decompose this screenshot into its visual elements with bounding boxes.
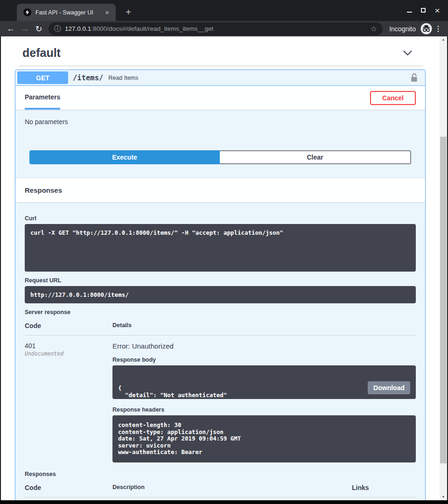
window-bottom-edge	[0, 500, 448, 504]
parameters-title: Parameters	[25, 93, 60, 101]
minimize-icon	[407, 12, 412, 13]
window-maximize-button[interactable]	[416, 4, 430, 17]
fastapi-favicon-icon	[23, 8, 31, 16]
responses-inner: Curl curl -X GET "http://127.0.0.1:8000/…	[15, 202, 425, 500]
page-scrollbar[interactable]: ▲ ▼	[440, 36, 447, 500]
responses-section-header: Responses	[15, 178, 425, 202]
response-body-block: { "detail": "Not authenticated" } Downlo…	[112, 365, 416, 399]
page-info-icon[interactable]: ⓘ	[54, 24, 61, 33]
swagger-page: default GET /items/ Read Items	[1, 36, 440, 500]
curl-label: Curl	[25, 215, 416, 222]
back-icon[interactable]: ←	[4, 24, 18, 34]
undocumented-label: Undocumented	[25, 350, 112, 357]
response-body-label: Response body	[112, 357, 416, 363]
new-tab-button[interactable]: +	[122, 7, 134, 18]
chevron-down-icon[interactable]	[403, 50, 413, 56]
browser-toolbar: ← → ↻ ⓘ 127.0.0.1:8000/docs#/default/rea…	[0, 21, 448, 36]
clear-button[interactable]: Clear	[220, 150, 411, 164]
url-text: 127.0.0.1:8000/docs#/default/read_items_…	[65, 25, 367, 32]
col-header-details: Details	[112, 322, 416, 329]
col-header-code-2: Code	[25, 484, 112, 491]
browser-menu-icon[interactable]: ⋮	[432, 24, 444, 33]
opblock-summary[interactable]: GET /items/ Read Items	[15, 70, 425, 86]
tag-title: default	[22, 46, 61, 60]
execute-wrapper: Execute Clear	[15, 143, 425, 178]
address-bar[interactable]: ⓘ 127.0.0.1:8000/docs#/default/read_item…	[49, 22, 383, 35]
request-url-value: http://127.0.0.1:8000/items/	[25, 286, 416, 303]
endpoint-summary: Read Items	[108, 75, 410, 81]
scroll-down-icon[interactable]: ▼	[440, 494, 447, 500]
scrollbar-thumb[interactable]	[440, 137, 447, 463]
execute-button[interactable]: Execute	[29, 150, 220, 164]
opblock-get-items: GET /items/ Read Items Parameters Cance	[15, 70, 426, 500]
url-host: 127.0.0.1	[65, 25, 91, 32]
url-path: :8000/docs#/default/read_items_items__ge…	[91, 25, 213, 32]
maximize-icon	[421, 8, 426, 13]
method-badge: GET	[17, 71, 68, 84]
curl-command: curl -X GET "http://127.0.0.1:8000/items…	[25, 224, 416, 272]
cancel-button[interactable]: Cancel	[370, 91, 416, 105]
window-minimize-button[interactable]	[402, 4, 416, 17]
server-response-row: 401 Undocumented Error: Unauthorized Res…	[25, 336, 416, 462]
browser-tab[interactable]: Fast API - Swagger UI ×	[17, 4, 116, 21]
status-code: 401	[25, 342, 112, 350]
server-response-label: Server response	[25, 309, 416, 315]
incognito-icon	[420, 23, 432, 35]
col-header-code: Code	[25, 322, 112, 329]
reload-icon[interactable]: ↻	[32, 24, 46, 34]
window-close-button[interactable]: ×	[430, 4, 444, 17]
tab-parameters[interactable]: Parameters	[25, 86, 60, 110]
scroll-up-icon[interactable]: ▲	[440, 36, 447, 43]
forward-icon[interactable]: →	[18, 24, 32, 34]
server-response-table: Code Details 401 Undocumented Error: Una…	[25, 322, 416, 462]
incognito-label: Incognito	[389, 25, 416, 33]
download-button[interactable]: Download	[368, 381, 410, 394]
bookmark-star-icon[interactable]: ☆	[371, 24, 377, 33]
response-body-json: { "detail": "Not authenticated" }	[118, 385, 410, 406]
col-header-description: Description	[112, 484, 352, 491]
documented-responses-table: Code Description Links 200 Successful Re…	[25, 484, 416, 501]
col-header-links: Links	[352, 484, 416, 491]
close-icon: ×	[434, 6, 440, 15]
parameters-header: Parameters Cancel	[15, 86, 425, 110]
documented-responses-label: Responses	[25, 471, 416, 477]
browser-window: Fast API - Swagger UI × + × ← → ↻ ⓘ 127.…	[0, 0, 448, 504]
tab-title: Fast API - Swagger UI	[35, 9, 103, 16]
endpoint-path: /items/	[73, 74, 103, 82]
tab-strip: Fast API - Swagger UI × + ×	[0, 0, 448, 21]
no-parameters-text: No parameters	[15, 110, 425, 143]
unlock-icon[interactable]	[410, 73, 419, 83]
tag-section-header[interactable]: default	[19, 36, 423, 66]
request-url-label: Request URL	[25, 277, 416, 284]
response-status-text: Error: Unauthorized	[112, 342, 416, 350]
responses-title: Responses	[25, 186, 62, 194]
tab-close-icon[interactable]: ×	[103, 8, 111, 16]
